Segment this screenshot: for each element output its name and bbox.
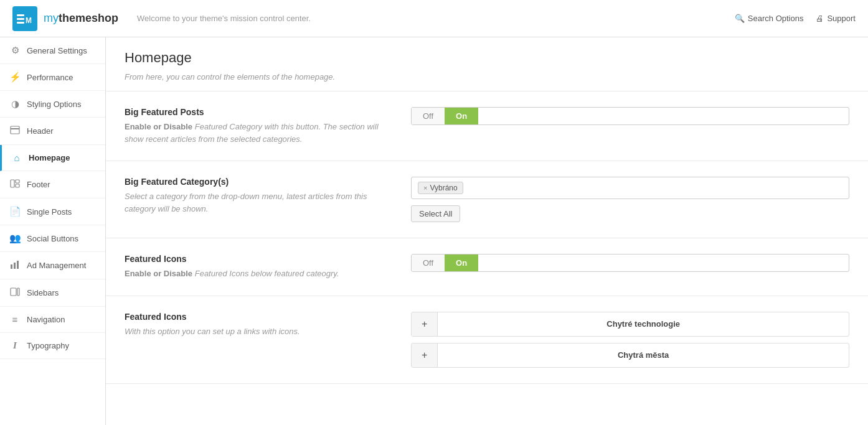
page-title: Homepage xyxy=(125,50,849,66)
desc-bold: Enable or Disable xyxy=(125,269,192,278)
icon-link-item-1: + Chytré technologie xyxy=(411,312,849,337)
sidebar-item-single-posts[interactable]: 📄 Single Posts xyxy=(0,198,105,225)
setting-label-area: Featured Icons With this option you can … xyxy=(125,312,386,338)
sidebar-item-homepage[interactable]: ⌂ Homepage xyxy=(0,145,105,171)
icon-link-item-2: + Chytrá města xyxy=(411,343,849,368)
svg-rect-4 xyxy=(11,126,19,134)
setting-control-area: Off On xyxy=(411,107,849,125)
setting-title: Featured Icons xyxy=(125,254,386,264)
desc-rest: Featured Icons below featured cateogry. xyxy=(192,269,339,278)
page-description: From here, you can control the elements … xyxy=(125,72,849,82)
circle-half-icon: ◑ xyxy=(9,98,21,110)
sidebar-label: Typography xyxy=(27,341,69,350)
header-icon xyxy=(9,125,21,137)
svg-rect-12 xyxy=(11,288,16,296)
icon-link-plus-btn-2[interactable]: + xyxy=(412,343,438,367)
toggle-off-button[interactable]: Off xyxy=(412,255,445,271)
sidebar-label: Single Posts xyxy=(27,207,72,217)
big-featured-category-row: Big Featured Category(s) Select a catego… xyxy=(106,161,868,238)
icon-link-label-1: Chytré technologie xyxy=(438,313,849,335)
category-tag: × Vybráno xyxy=(418,182,463,194)
sidebar-label: Ad Management xyxy=(27,261,86,270)
content-panel: Homepage From here, you can control the … xyxy=(106,37,868,425)
sidebar-label: Styling Options xyxy=(27,100,81,109)
chart-icon xyxy=(9,259,21,271)
featured-icons-toggle-row: Featured Icons Enable or Disable Feature… xyxy=(106,238,868,296)
sidebar-item-navigation[interactable]: ≡ Navigation xyxy=(0,307,105,333)
svg-rect-2 xyxy=(17,22,24,24)
svg-rect-1 xyxy=(17,18,24,20)
sidebar-item-ad-management[interactable]: Ad Management xyxy=(0,252,105,279)
setting-label-area: Big Featured Category(s) Select a catego… xyxy=(125,177,386,215)
sidebar-label: Footer xyxy=(27,180,50,189)
support-button[interactable]: 🖨 Support xyxy=(816,14,856,23)
top-header: M mythemeshop Welcome to your theme's mi… xyxy=(0,0,868,37)
logo-text: mythemeshop xyxy=(44,12,118,25)
sidebar-item-footer[interactable]: Footer xyxy=(0,171,105,198)
sidebar-label: Header xyxy=(27,126,54,136)
content-area: Homepage From here, you can control the … xyxy=(106,37,868,425)
toggle-off-button[interactable]: Off xyxy=(412,108,445,124)
footer-icon xyxy=(9,179,21,190)
typography-icon: I xyxy=(9,340,21,351)
svg-rect-11 xyxy=(17,261,19,269)
toggle-on-button[interactable]: On xyxy=(445,108,478,124)
toggle-group-featured-icons: Off On xyxy=(411,254,849,272)
sidebars-icon xyxy=(9,287,21,299)
select-all-button[interactable]: Select All xyxy=(411,205,460,222)
main-layout: ⚙ General Settings ⚡ Performance ◑ Styli… xyxy=(0,37,868,425)
header-tagline: Welcome to your theme's mission control … xyxy=(137,14,311,23)
setting-title: Featured Icons xyxy=(125,312,386,322)
setting-description: Select a category from the drop-down men… xyxy=(125,190,386,215)
content-header: Homepage From here, you can control the … xyxy=(106,37,868,91)
sidebar-item-general-settings[interactable]: ⚙ General Settings xyxy=(0,37,105,64)
sidebar-item-social-buttons[interactable]: 👥 Social Buttons xyxy=(0,225,105,252)
desc-bold: Enable or Disable xyxy=(125,122,192,131)
document-icon: 📄 xyxy=(9,206,21,217)
sidebar: ⚙ General Settings ⚡ Performance ◑ Styli… xyxy=(0,37,106,425)
svg-text:M: M xyxy=(26,16,32,25)
sidebar-label: Performance xyxy=(27,73,73,82)
featured-icons-list-row: Featured Icons With this option you can … xyxy=(106,296,868,384)
gear-icon: ⚙ xyxy=(9,45,21,56)
sidebar-label: Sidebars xyxy=(27,288,59,297)
remove-tag-icon[interactable]: × xyxy=(423,184,427,192)
setting-label-area: Big Featured Posts Enable or Disable Fea… xyxy=(125,107,386,145)
nav-icon: ≡ xyxy=(9,314,21,325)
setting-description: Enable or Disable Featured Icons below f… xyxy=(125,268,386,280)
sidebar-item-sidebars[interactable]: Sidebars xyxy=(0,279,105,307)
svg-rect-13 xyxy=(17,288,19,296)
search-options-button[interactable]: 🔍 Search Options xyxy=(735,14,804,23)
svg-rect-6 xyxy=(11,180,14,187)
sidebar-item-styling-options[interactable]: ◑ Styling Options xyxy=(0,91,105,118)
header-actions: 🔍 Search Options 🖨 Support xyxy=(735,14,856,23)
icon-link-label-2: Chytrá města xyxy=(438,344,849,366)
sidebar-label: Homepage xyxy=(29,153,70,162)
sidebar-item-header[interactable]: Header xyxy=(0,118,105,145)
svg-rect-9 xyxy=(11,264,12,269)
setting-label-area: Featured Icons Enable or Disable Feature… xyxy=(125,254,386,280)
home-icon: ⌂ xyxy=(11,152,22,163)
sidebar-label: General Settings xyxy=(27,46,87,55)
category-selector[interactable]: × Vybráno xyxy=(411,177,849,199)
setting-title: Big Featured Posts xyxy=(125,107,386,117)
sidebar-label: Navigation xyxy=(27,315,65,324)
svg-rect-7 xyxy=(16,180,19,183)
setting-description: With this option you can set up a links … xyxy=(125,325,386,338)
svg-rect-5 xyxy=(11,128,19,129)
people-icon: 👥 xyxy=(9,233,21,244)
setting-control-area: + Chytré technologie + Chytrá města xyxy=(411,312,849,368)
sidebar-item-performance[interactable]: ⚡ Performance xyxy=(0,64,105,91)
category-tag-label: Vybráno xyxy=(430,184,457,192)
setting-control-area: × Vybráno Select All xyxy=(411,177,849,222)
sidebar-label: Social Buttons xyxy=(27,234,78,243)
toggle-on-button[interactable]: On xyxy=(445,255,478,271)
svg-rect-8 xyxy=(16,184,19,187)
sidebar-item-typography[interactable]: I Typography xyxy=(0,333,105,359)
icon-link-plus-btn-1[interactable]: + xyxy=(412,312,438,336)
svg-rect-0 xyxy=(17,14,24,16)
lightning-icon: ⚡ xyxy=(9,72,21,83)
toggle-group-featured-posts: Off On xyxy=(411,107,849,125)
svg-rect-10 xyxy=(14,263,16,269)
setting-control-area: Off On xyxy=(411,254,849,272)
